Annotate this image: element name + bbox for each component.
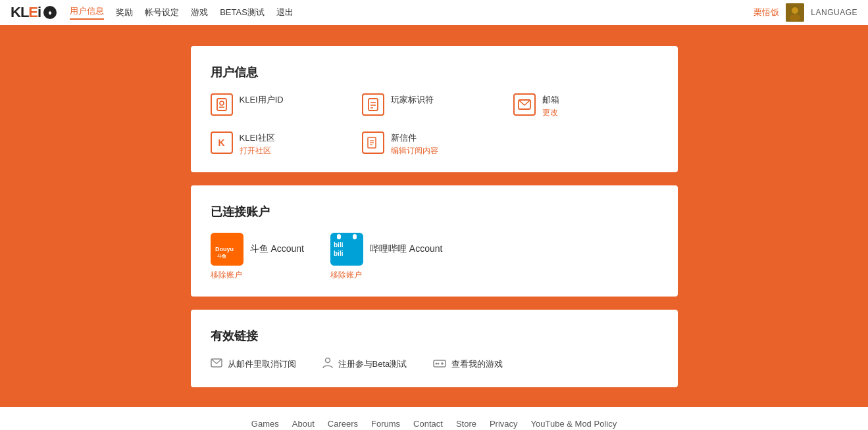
player-tag-content: 玩家标识符	[391, 93, 434, 106]
nav-account-settings[interactable]: 帐号设定	[145, 7, 179, 18]
douyu-remove-link[interactable]: 移除账户	[211, 270, 242, 281]
unsubscribe-label: 从邮件里取消订阅	[228, 358, 296, 370]
footer: Games About Careers Forums Contact Store…	[0, 407, 868, 430]
svg-text:bili: bili	[334, 250, 344, 257]
svg-text:bili: bili	[334, 241, 344, 249]
douyu-account-row: Douyu 斗鱼 斗鱼 Account	[211, 233, 304, 266]
nav-betas[interactable]: BETAS测试	[220, 7, 265, 18]
klei-community-label: KLEI社区	[240, 133, 275, 143]
useful-links-row: 从邮件里取消订阅 注册参与Beta测试	[211, 357, 658, 371]
footer-youtube-mod[interactable]: YouTube & Mod Policy	[531, 419, 617, 429]
navbar: KLEi ♦ 用户信息 奖励 帐号设定 游戏 BETAS测试 退出 栗悟饭 LA…	[0, 0, 868, 26]
player-tag-label: 玩家标识符	[391, 95, 434, 105]
bilibili-account-item: bili bili 哔哩哔哩 Account 移除账户	[330, 233, 442, 281]
email-label: 邮箱	[542, 95, 559, 105]
new-mail-item: 新信件 编辑订阅内容	[362, 131, 507, 156]
svg-point-27	[438, 363, 440, 365]
bilibili-account-name: 哔哩哔哩 Account	[370, 243, 442, 255]
footer-contact[interactable]: Contact	[413, 419, 443, 429]
nav-user-info[interactable]: 用户信息	[70, 5, 104, 20]
nav-rewards[interactable]: 奖励	[116, 7, 133, 18]
douyu-account-item: Douyu 斗鱼 斗鱼 Account 移除账户	[211, 233, 304, 281]
new-mail-content: 新信件 编辑订阅内容	[391, 131, 438, 156]
beta-icon	[322, 357, 333, 371]
klei-community-content: KLEI社区 打开社区	[240, 131, 275, 156]
svg-point-2	[790, 14, 800, 21]
bilibili-remove-link[interactable]: 移除账户	[330, 270, 362, 281]
games-icon	[433, 358, 446, 370]
games-label: 查看我的游戏	[451, 358, 503, 370]
open-community-link[interactable]: 打开社区	[240, 145, 275, 156]
language-selector[interactable]: LANGUAGE	[811, 8, 857, 17]
user-info-card: 用户信息 KLEI用户ID	[191, 46, 678, 172]
player-tag-icon	[362, 93, 384, 116]
user-info-grid: KLEI用户ID 玩家标识符	[211, 93, 658, 156]
footer-forums[interactable]: Forums	[371, 419, 400, 429]
email-change-link[interactable]: 更改	[542, 107, 559, 118]
douyu-account-name: 斗鱼 Account	[250, 243, 304, 255]
nav-links: 用户信息 奖励 帐号设定 游戏 BETAS测试 退出	[70, 5, 753, 20]
steam-icon: ♦	[43, 6, 57, 19]
connected-accounts-title: 已连接账户	[211, 204, 658, 220]
svg-rect-22	[353, 234, 357, 239]
footer-games[interactable]: Games	[251, 419, 279, 429]
avatar[interactable]	[786, 3, 804, 22]
footer-store[interactable]: Store	[456, 419, 476, 429]
nav-username[interactable]: 栗悟饭	[753, 7, 779, 18]
nav-games[interactable]: 游戏	[191, 7, 208, 18]
games-link[interactable]: 查看我的游戏	[433, 358, 503, 370]
klei-id-icon	[211, 93, 233, 116]
footer-about[interactable]: About	[292, 419, 315, 429]
svg-rect-3	[217, 99, 226, 110]
klei-wordmark: KLEi	[11, 4, 41, 21]
klei-id-content: KLEI用户ID	[240, 93, 284, 106]
svg-point-24	[325, 358, 330, 363]
klei-community-item: K KLEI社区 打开社区	[211, 131, 355, 156]
footer-links: Games About Careers Forums Contact Store…	[0, 419, 868, 429]
svg-text:Douyu: Douyu	[215, 246, 234, 252]
edit-subscription-link[interactable]: 编辑订阅内容	[391, 145, 438, 156]
svg-rect-18	[330, 233, 363, 266]
svg-point-26	[436, 363, 438, 365]
nav-logout[interactable]: 退出	[276, 7, 294, 18]
nav-right: 栗悟饭 LANGUAGE	[753, 3, 857, 22]
svg-text:斗鱼: 斗鱼	[217, 253, 226, 258]
unsubscribe-link[interactable]: 从邮件里取消订阅	[211, 358, 296, 370]
footer-privacy[interactable]: Privacy	[490, 419, 518, 429]
user-info-title: 用户信息	[211, 64, 658, 80]
bilibili-account-row: bili bili 哔哩哔哩 Account	[330, 233, 442, 266]
brand-logo[interactable]: KLEi ♦	[11, 4, 57, 21]
new-mail-label: 新信件	[391, 133, 417, 143]
svg-point-1	[792, 7, 798, 14]
email-item: 邮箱 更改	[513, 93, 658, 118]
klei-id-label: KLEI用户ID	[240, 95, 284, 105]
main-content: 用户信息 KLEI用户ID	[178, 46, 691, 387]
useful-links-card: 有效链接 从邮件里取消订阅 注册参与Beta测试	[191, 310, 678, 387]
footer-careers[interactable]: Careers	[328, 419, 358, 429]
useful-links-title: 有效链接	[211, 328, 658, 344]
svg-point-4	[220, 101, 224, 105]
email-content: 邮箱 更改	[542, 93, 559, 118]
email-icon	[513, 93, 536, 116]
douyu-logo: Douyu 斗鱼	[211, 233, 243, 266]
connected-accounts-grid: Douyu 斗鱼 斗鱼 Account 移除账户 bili	[211, 233, 658, 281]
svg-rect-21	[337, 234, 341, 239]
beta-link[interactable]: 注册参与Beta测试	[322, 357, 407, 371]
unsubscribe-icon	[211, 358, 222, 370]
player-tag-item: 玩家标识符	[362, 93, 507, 118]
beta-label: 注册参与Beta测试	[338, 358, 407, 370]
bilibili-logo: bili bili	[330, 233, 363, 266]
klei-id-item: KLEI用户ID	[211, 93, 355, 118]
connected-accounts-card: 已连接账户 Douyu 斗鱼 斗鱼 Account 移除账户	[191, 185, 678, 297]
new-mail-icon	[362, 131, 384, 154]
svg-rect-6	[369, 99, 378, 110]
klei-community-icon: K	[211, 131, 233, 154]
